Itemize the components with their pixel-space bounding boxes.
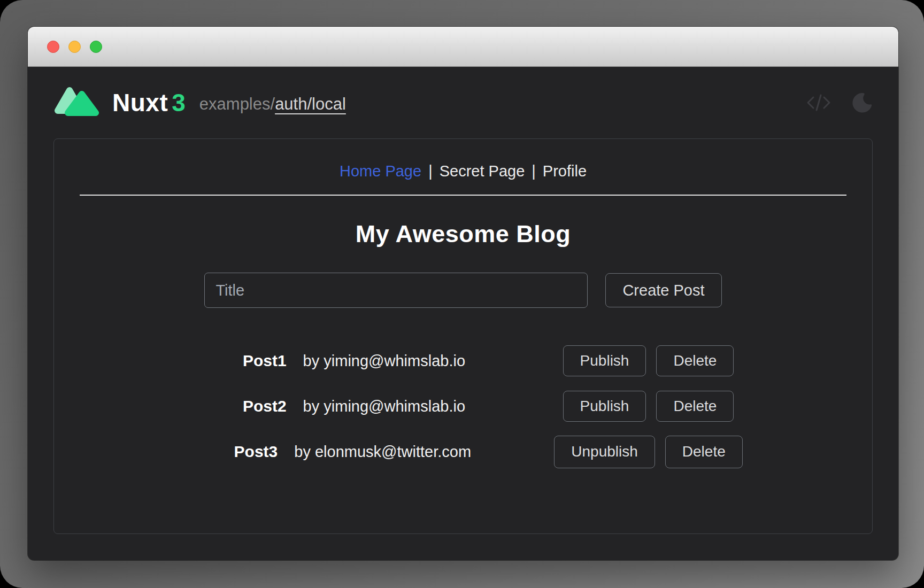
nav-separator: | <box>532 163 536 180</box>
header-icons <box>806 92 873 113</box>
post-actions: Unpublish Delete <box>554 436 742 468</box>
screenshot-frame: Nuxt 3 examples/auth/local <box>0 0 924 588</box>
nav-link-secret[interactable]: Secret Page <box>440 163 525 180</box>
nav-separator: | <box>428 163 433 180</box>
nav-link-profile[interactable]: Profile <box>543 163 587 180</box>
close-button[interactable] <box>47 41 59 53</box>
post-author: by yiming@whimslab.io <box>303 398 483 415</box>
nav-link-home[interactable]: Home Page <box>340 163 421 180</box>
titlebar[interactable] <box>28 27 898 67</box>
page-title: My Awesome Blog <box>54 220 872 248</box>
create-post-form: Create Post <box>54 273 872 308</box>
post-list: Post1 by yiming@whimslab.io Publish Dele… <box>75 345 894 467</box>
post-row: Post3 by elonmusk@twitter.com Unpublish … <box>75 436 894 467</box>
page-nav: Home Page | Secret Page | Profile <box>54 163 872 180</box>
delete-button[interactable]: Delete <box>665 436 743 468</box>
post-actions: Publish Delete <box>563 345 734 376</box>
main-panel: Home Page | Secret Page | Profile My Awe… <box>53 138 873 534</box>
post-author: by elonmusk@twitter.com <box>294 443 474 461</box>
unpublish-button[interactable]: Unpublish <box>554 436 655 468</box>
traffic-lights <box>47 41 102 53</box>
nuxt-logo[interactable]: Nuxt 3 <box>53 86 186 119</box>
breadcrumb: examples/auth/local <box>199 95 346 114</box>
nav-divider <box>80 195 846 196</box>
post-actions: Publish Delete <box>563 391 734 422</box>
zoom-button[interactable] <box>90 41 102 53</box>
minimize-button[interactable] <box>68 41 81 53</box>
delete-button[interactable]: Delete <box>656 391 734 422</box>
publish-button[interactable]: Publish <box>563 391 646 422</box>
brand-name: Nuxt <box>112 88 168 117</box>
delete-button[interactable]: Delete <box>656 345 734 376</box>
post-name: Post2 <box>235 397 287 415</box>
post-name: Post1 <box>235 352 287 370</box>
browser-window: Nuxt 3 examples/auth/local <box>28 27 898 560</box>
post-name: Post3 <box>226 443 278 461</box>
moon-icon[interactable] <box>851 92 873 113</box>
create-post-button[interactable]: Create Post <box>605 273 721 307</box>
post-row: Post1 by yiming@whimslab.io Publish Dele… <box>75 345 894 376</box>
code-icon[interactable] <box>806 93 831 112</box>
breadcrumb-link[interactable]: auth/local <box>275 95 346 113</box>
nuxt-mountains-icon <box>53 86 103 119</box>
brand-version: 3 <box>172 88 186 117</box>
app-header: Nuxt 3 examples/auth/local <box>28 67 898 138</box>
publish-button[interactable]: Publish <box>563 345 646 376</box>
breadcrumb-prefix: examples/ <box>199 95 275 113</box>
title-input[interactable] <box>204 273 588 308</box>
post-row: Post2 by yiming@whimslab.io Publish Dele… <box>75 391 894 422</box>
post-author: by yiming@whimslab.io <box>303 352 483 370</box>
